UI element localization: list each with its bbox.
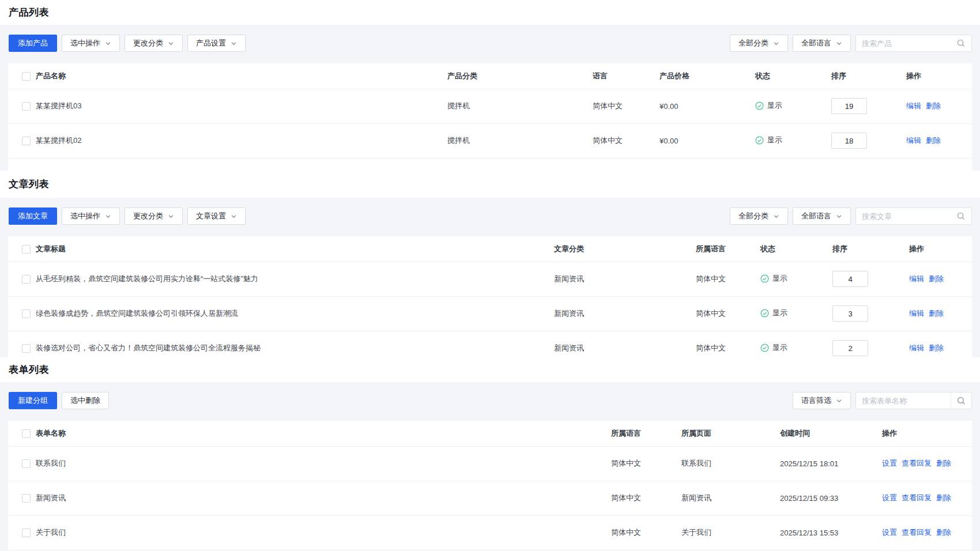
article-settings-dropdown[interactable]: 文章设置 bbox=[187, 207, 246, 225]
form-created: 2025/12/15 18:01 bbox=[780, 446, 882, 481]
form-language: 简体中文 bbox=[611, 515, 681, 550]
article-category: 新闻资讯 bbox=[554, 331, 696, 357]
articles-title: 文章列表 bbox=[9, 178, 49, 191]
sort-input[interactable] bbox=[832, 305, 868, 322]
select-checkbox[interactable] bbox=[22, 494, 31, 503]
form-search-input[interactable] bbox=[856, 397, 951, 405]
col-product-name: 产品名称 bbox=[36, 63, 447, 89]
section-articles: 文章列表 添加文章 选中操作 更改分类 文章设置 bbox=[0, 171, 980, 357]
add-article-button[interactable]: 添加文章 bbox=[9, 207, 57, 225]
delete-link[interactable]: 删除 bbox=[936, 528, 951, 537]
view-replies-link[interactable]: 查看回复 bbox=[902, 528, 932, 537]
sort-input[interactable] bbox=[831, 133, 867, 149]
status-success-icon bbox=[760, 309, 769, 318]
delete-link[interactable]: 删除 bbox=[926, 101, 941, 110]
sort-input[interactable] bbox=[832, 340, 868, 356]
language-filter-dropdown[interactable]: 语言筛选 bbox=[793, 392, 851, 409]
status-label: 显示 bbox=[767, 135, 782, 145]
product-category: 搅拌机 bbox=[447, 89, 593, 123]
col-language: 语言 bbox=[593, 63, 659, 89]
sort-input[interactable] bbox=[832, 271, 868, 287]
category-filter-dropdown[interactable]: 全部分类 bbox=[730, 207, 788, 225]
select-checkbox[interactable] bbox=[22, 137, 31, 145]
form-name: 联系我们 bbox=[36, 446, 611, 481]
category-filter-label: 全部分类 bbox=[738, 38, 768, 48]
edit-link[interactable]: 编辑 bbox=[909, 274, 924, 283]
selected-actions-label: 选中操作 bbox=[70, 211, 100, 221]
article-search-input[interactable] bbox=[856, 212, 951, 221]
chevron-down-icon bbox=[105, 40, 111, 47]
settings-link[interactable]: 设置 bbox=[882, 459, 897, 467]
product-category: 搅拌机 bbox=[447, 123, 593, 158]
col-sort: 排序 bbox=[832, 236, 909, 262]
new-group-button[interactable]: 新建分组 bbox=[9, 392, 57, 409]
select-all-checkbox[interactable] bbox=[22, 429, 31, 438]
select-checkbox[interactable] bbox=[22, 344, 31, 353]
form-name: 新闻资讯 bbox=[36, 481, 611, 515]
status-success-icon bbox=[760, 344, 769, 352]
select-checkbox[interactable] bbox=[22, 529, 31, 537]
product-search-input[interactable] bbox=[856, 39, 951, 48]
edit-link[interactable]: 编辑 bbox=[909, 344, 924, 352]
add-product-button[interactable]: 添加产品 bbox=[9, 35, 57, 52]
products-table: 产品名称 产品分类 语言 产品价格 状态 排序 操作 某某搅拌机03 搅拌机 bbox=[8, 63, 972, 171]
delete-link[interactable]: 删除 bbox=[926, 136, 941, 145]
article-settings-label: 文章设置 bbox=[196, 211, 226, 221]
status-label: 显示 bbox=[767, 100, 782, 111]
language-filter-dropdown[interactable]: 全部语言 bbox=[793, 207, 851, 225]
col-product-price: 产品价格 bbox=[659, 63, 755, 89]
articles-table: 文章标题 文章分类 所属语言 状态 排序 操作 从毛坯到精装，鼎筑空间建筑装修公… bbox=[8, 236, 972, 357]
forms-title: 表单列表 bbox=[9, 363, 49, 376]
delete-link[interactable]: 删除 bbox=[929, 309, 944, 318]
delete-link[interactable]: 删除 bbox=[936, 493, 951, 502]
delete-link[interactable]: 删除 bbox=[936, 459, 951, 467]
select-all-checkbox[interactable] bbox=[22, 245, 31, 254]
select-checkbox[interactable] bbox=[22, 102, 31, 111]
products-title: 产品列表 bbox=[9, 6, 49, 19]
select-checkbox[interactable] bbox=[22, 459, 31, 468]
products-panel: 添加产品 选中操作 更改分类 产品设置 全部分类 bbox=[0, 25, 980, 171]
search-icon[interactable] bbox=[951, 35, 971, 51]
delete-link[interactable]: 删除 bbox=[929, 344, 944, 352]
settings-link[interactable]: 设置 bbox=[882, 528, 897, 537]
section-forms: 表单列表 新建分组 选中删除 语言筛选 bbox=[0, 357, 980, 551]
select-checkbox[interactable] bbox=[22, 275, 31, 284]
status-badge: 显示 bbox=[760, 342, 787, 353]
settings-link[interactable]: 设置 bbox=[882, 493, 897, 502]
form-page: 联系我们 bbox=[681, 446, 780, 481]
status-label: 显示 bbox=[772, 273, 787, 284]
chevron-down-icon bbox=[168, 40, 174, 47]
form-page: 新闻资讯 bbox=[681, 481, 780, 515]
edit-link[interactable]: 编辑 bbox=[906, 136, 921, 145]
select-all-checkbox[interactable] bbox=[22, 72, 31, 81]
category-filter-dropdown[interactable]: 全部分类 bbox=[730, 35, 788, 52]
selected-actions-dropdown[interactable]: 选中操作 bbox=[62, 35, 120, 52]
product-name: 某某搅拌机02 bbox=[36, 123, 447, 158]
forms-panel: 新建分组 选中删除 语言筛选 表单名称 bbox=[0, 382, 980, 551]
search-icon[interactable] bbox=[951, 208, 971, 224]
change-category-dropdown[interactable]: 更改分类 bbox=[125, 35, 183, 52]
edit-link[interactable]: 编辑 bbox=[906, 101, 921, 110]
change-category-dropdown[interactable]: 更改分类 bbox=[125, 207, 183, 225]
articles-header-row: 文章标题 文章分类 所属语言 状态 排序 操作 bbox=[8, 236, 972, 262]
view-replies-link[interactable]: 查看回复 bbox=[902, 459, 932, 467]
article-language: 简体中文 bbox=[696, 296, 760, 331]
article-title: 装修选对公司，省心又省力！鼎筑空间建筑装修公司全流程服务揭秘 bbox=[36, 331, 554, 357]
product-settings-dropdown[interactable]: 产品设置 bbox=[187, 35, 246, 52]
delete-selected-button[interactable]: 选中删除 bbox=[62, 392, 109, 409]
product-name: 某某搅拌机03 bbox=[36, 89, 447, 123]
selected-actions-dropdown[interactable]: 选中操作 bbox=[62, 207, 120, 225]
col-sort: 排序 bbox=[831, 63, 906, 89]
language-filter-dropdown[interactable]: 全部语言 bbox=[793, 35, 851, 52]
search-icon[interactable] bbox=[951, 393, 971, 409]
chevron-down-icon bbox=[773, 40, 779, 47]
chevron-down-icon bbox=[836, 398, 842, 404]
chevron-down-icon bbox=[231, 213, 237, 220]
sort-input[interactable] bbox=[831, 98, 867, 114]
view-replies-link[interactable]: 查看回复 bbox=[902, 493, 932, 502]
select-checkbox[interactable] bbox=[22, 310, 31, 318]
chevron-down-icon bbox=[836, 213, 842, 220]
delete-link[interactable]: 删除 bbox=[929, 274, 944, 283]
edit-link[interactable]: 编辑 bbox=[909, 309, 924, 318]
product-price: ¥0.00 bbox=[659, 123, 755, 158]
